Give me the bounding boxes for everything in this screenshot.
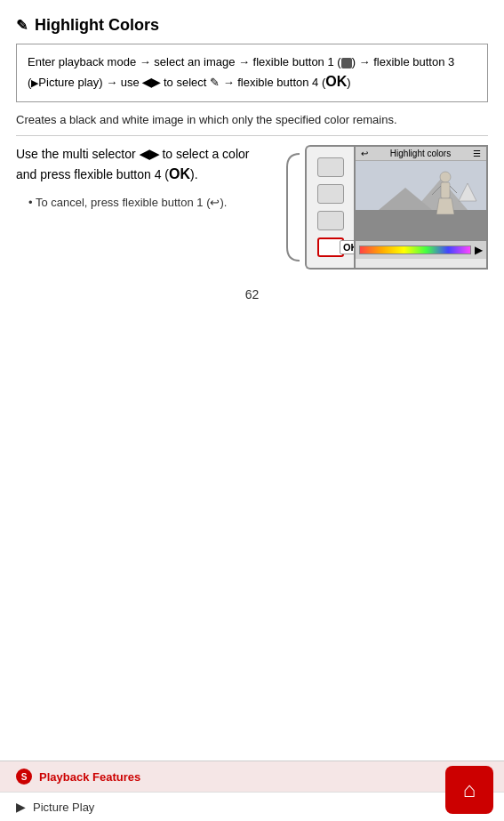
cam-button-ok: OK: [317, 237, 344, 257]
camera-screen: ↩ Highlight colors ☰: [354, 145, 488, 270]
home-icon: ⌂: [463, 777, 476, 802]
main-section: Use the multi selector ◀▶ to select a co…: [16, 145, 488, 270]
cam-button-2: [317, 184, 344, 204]
left-panel: OK: [305, 145, 354, 270]
return-icon-inline: ↩: [210, 196, 220, 209]
title-text: Highlight Colors: [35, 16, 159, 35]
screen-image: [356, 161, 486, 241]
screen-title: Highlight colors: [390, 149, 451, 158]
instruction-text: Enter playback mode → select an image → …: [28, 55, 454, 89]
camera-diagram: OK ↩ Highlight colors ☰: [284, 145, 488, 270]
cam-button-3: [317, 211, 344, 230]
home-button[interactable]: ⌂: [445, 766, 493, 814]
description-text: Creates a black and white image in which…: [16, 113, 488, 136]
footer-primary-label: Playback Features: [39, 770, 140, 784]
page-number: 62: [16, 287, 488, 302]
footer-secondary-icon: ▶: [16, 800, 26, 814]
pencil-icon: ✎: [16, 17, 28, 34]
svg-marker-7: [436, 198, 454, 214]
instruction-content: Use the multi selector ◀▶ to select a co…: [16, 145, 269, 221]
camera-body: OK ↩ Highlight colors ☰: [284, 145, 488, 270]
cancel-instruction: • To cancel, press flexible button 1 (↩)…: [28, 194, 269, 212]
cam-button-1: [317, 157, 344, 177]
footer-secondary[interactable]: ▶ Picture Play: [0, 793, 504, 821]
nav-arrow-right: ▶: [475, 244, 483, 256]
screen-bottom: ▶: [356, 241, 486, 259]
instruction-box: Enter playback mode → select an image → …: [16, 44, 488, 102]
screen-menu-icon: ☰: [473, 149, 481, 158]
svg-point-5: [440, 172, 451, 182]
svg-rect-1: [356, 210, 486, 241]
page-title: ✎ Highlight Colors: [16, 16, 488, 35]
footer-primary[interactable]: S Playback Features: [0, 761, 504, 793]
main-instruction: Use the multi selector ◀▶ to select a co…: [16, 145, 269, 185]
footer-secondary-label: Picture Play: [33, 801, 94, 814]
footer-primary-icon: S: [16, 769, 32, 785]
footer: S Playback Features ▶ Picture Play ⌂: [0, 761, 504, 821]
svg-rect-6: [441, 182, 450, 198]
return-arrow: ↩: [361, 149, 368, 158]
color-strip: [359, 245, 471, 254]
bracket: [284, 145, 305, 270]
footer-icon-letter: S: [21, 772, 28, 782]
screen-header: ↩ Highlight colors ☰: [356, 147, 486, 161]
